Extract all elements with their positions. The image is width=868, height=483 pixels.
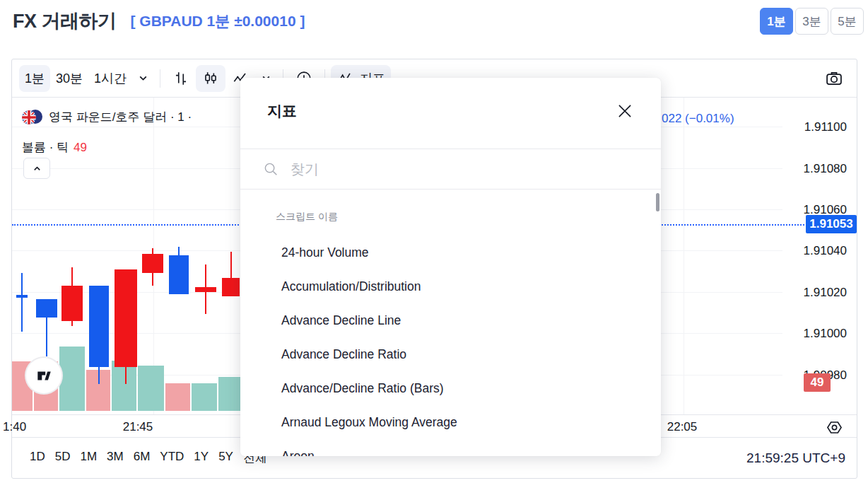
close-button[interactable] bbox=[614, 100, 635, 122]
candle-wick bbox=[230, 252, 232, 278]
dialog-title: 지표 bbox=[267, 101, 297, 121]
candle-body bbox=[169, 255, 189, 294]
volume-axis-badge: 49 bbox=[804, 373, 831, 392]
search-row bbox=[240, 149, 661, 190]
time-axis-label: 22:05 bbox=[667, 420, 698, 434]
candle-wick bbox=[21, 273, 23, 332]
candle-body bbox=[89, 286, 109, 367]
indicator-list-item[interactable]: Arnaud Legoux Moving Average bbox=[281, 405, 645, 439]
volume-bar bbox=[165, 383, 190, 411]
chevron-up-icon bbox=[32, 163, 42, 174]
indicator-list-item[interactable]: Advance Decline Ratio bbox=[281, 337, 645, 371]
candle-body bbox=[16, 295, 28, 298]
range-button-1y[interactable]: 1Y bbox=[193, 448, 209, 467]
volume-bar bbox=[59, 347, 85, 411]
indicator-list-item[interactable]: Aroon bbox=[281, 439, 645, 456]
toolbar-divider bbox=[160, 69, 160, 88]
bar-chart-style-icon[interactable] bbox=[166, 65, 196, 92]
close-icon bbox=[616, 102, 634, 120]
price-axis-label: 1.91040 bbox=[804, 244, 847, 258]
volume-legend[interactable]: 볼륨 · 틱49 bbox=[22, 139, 87, 156]
timeframe-button-group: 1분 3분 5분 bbox=[760, 8, 864, 35]
candle-body bbox=[36, 299, 57, 318]
volume-bar bbox=[138, 366, 164, 411]
range-button-1m[interactable]: 1M bbox=[79, 448, 98, 467]
tradingview-logo[interactable] bbox=[26, 358, 61, 393]
symbol-legend[interactable]: 영국 파운드/호주 달러 · 1 · bbox=[22, 109, 192, 125]
price-axis-label: 1.91080 bbox=[804, 162, 847, 176]
current-price-badge: 1.91053 bbox=[806, 215, 857, 233]
price-change-fragment: 022 (−0.01%) bbox=[662, 112, 734, 126]
time-axis-label: 1:40 bbox=[3, 420, 26, 434]
timeframe-3min-button[interactable]: 3분 bbox=[795, 8, 828, 35]
chart-clock[interactable]: 21:59:25 UTC+9 bbox=[746, 450, 845, 466]
timeframe-5min-button[interactable]: 5분 bbox=[831, 8, 864, 35]
timeframe-1min-button[interactable]: 1분 bbox=[760, 8, 793, 35]
indicator-list-item[interactable]: Advance/Decline Ratio (Bars) bbox=[281, 371, 645, 405]
interval-1hour-button[interactable]: 1시간 bbox=[88, 65, 132, 92]
range-button-1d[interactable]: 1D bbox=[29, 448, 46, 467]
volume-legend-label: 볼륨 · 틱 bbox=[22, 141, 69, 154]
candle-body bbox=[61, 286, 83, 321]
range-button-5y[interactable]: 5Y bbox=[218, 448, 234, 467]
candle-chart-style-icon[interactable] bbox=[196, 65, 225, 92]
indicator-list-item[interactable]: Advance Decline Line bbox=[281, 303, 645, 337]
symbol-info-link[interactable]: [ GBPAUD 1분 ±0.00010 ] bbox=[131, 11, 305, 31]
gbpaud-flag-icon bbox=[22, 110, 43, 125]
indicator-list-item[interactable]: 24-hour Volume bbox=[281, 235, 645, 269]
symbol-description: 영국 파운드/호주 달러 · 1 · bbox=[49, 109, 192, 125]
candle-body bbox=[115, 269, 137, 367]
page-title: FX 거래하기 bbox=[13, 8, 117, 34]
time-axis-label: 21:45 bbox=[123, 420, 153, 434]
price-axis-label: 1.91000 bbox=[804, 327, 847, 341]
camera-snapshot-icon[interactable] bbox=[819, 65, 850, 92]
interval-30min-button[interactable]: 30분 bbox=[50, 65, 88, 92]
interval-1min-button[interactable]: 1분 bbox=[19, 65, 50, 92]
scrollbar-thumb[interactable] bbox=[656, 193, 659, 211]
candle-body bbox=[195, 287, 216, 292]
interval-menu-chevron-down-icon[interactable] bbox=[132, 65, 154, 92]
volume-bar bbox=[192, 383, 217, 411]
range-button-ytd[interactable]: YTD bbox=[159, 448, 184, 467]
candle-body bbox=[142, 254, 163, 273]
price-axis-label: 1.91020 bbox=[804, 286, 847, 300]
legend-collapse-button[interactable] bbox=[23, 158, 50, 179]
indicators-dialog: 지표 스크립트 이름 24-hour VolumeAccumulation/Di… bbox=[240, 78, 661, 456]
volume-bar bbox=[112, 361, 136, 411]
price-axis-label: 1.91100 bbox=[804, 120, 847, 134]
search-input[interactable] bbox=[289, 161, 638, 178]
page-header: FX 거래하기 [ GBPAUD 1분 ±0.00010 ] 1분 3분 5분 bbox=[13, 6, 864, 37]
candle-body bbox=[222, 278, 240, 296]
vertical-gridline bbox=[684, 98, 684, 414]
list-section-header: 스크립트 이름 bbox=[276, 211, 338, 223]
range-button-5d[interactable]: 5D bbox=[54, 448, 71, 467]
range-button-3m[interactable]: 3M bbox=[106, 448, 124, 467]
indicator-list-item[interactable]: Accumulation/Distribution bbox=[281, 269, 645, 303]
volume-legend-value: 49 bbox=[74, 141, 87, 154]
search-icon bbox=[263, 161, 279, 178]
range-button-6m[interactable]: 6M bbox=[133, 448, 151, 467]
